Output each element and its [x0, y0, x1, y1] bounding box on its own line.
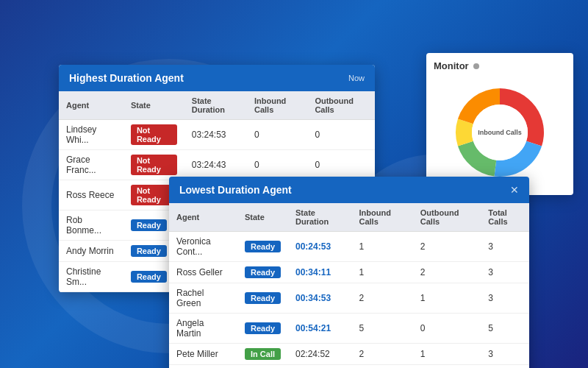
inbound-calls: 2 [352, 344, 413, 365]
agent-name: Veronica Cont... [169, 232, 237, 262]
agent-name: Christine Sm... [59, 262, 123, 292]
donut-chart: Inbound Calls [445, 77, 555, 188]
total-calls: 3 [481, 344, 529, 365]
highest-table-header-row: Agent State State Duration Inbound Calls… [59, 91, 375, 120]
col-inbound-l: Inbound Calls [352, 203, 413, 232]
highest-panel-now: Now [348, 74, 365, 82]
state-badge: Ready [131, 219, 167, 231]
agent-name: Grace Franc... [59, 150, 123, 180]
inbound-calls: 2 [352, 283, 413, 314]
agent-name: Andy Morrin [59, 241, 123, 262]
donut-center-label: Inbound Calls [478, 129, 522, 136]
outbound-calls: 0 [307, 120, 375, 150]
state-badge: Ready [131, 245, 167, 257]
state-duration: 00:54:21 [288, 314, 351, 344]
lowest-table-header-row: Agent State State Duration Inbound Calls… [169, 203, 529, 232]
agent-state: Ready [237, 283, 288, 314]
state-badge: Ready [245, 266, 281, 278]
agent-state: Not Ready [123, 120, 184, 150]
lowest-table: Agent State State Duration Inbound Calls… [169, 203, 529, 368]
lowest-duration-panel: Lowest Duration Agent ✕ Agent State Stat… [169, 177, 529, 368]
table-row: Veronica Cont... Ready 00:24:53 1 2 3 [169, 232, 529, 262]
inbound-calls: 0 [247, 120, 307, 150]
outbound-calls: 1 [413, 344, 481, 365]
state-badge: In Call [245, 348, 281, 360]
lowest-panel-header: Lowest Duration Agent ✕ [169, 177, 529, 203]
agent-state: Ready [237, 262, 288, 283]
col-total-l: Total Calls [481, 203, 529, 232]
table-row: Angela Martin Ready 00:54:21 5 0 5 [169, 314, 529, 344]
total-calls: 3 [481, 262, 529, 283]
inbound-calls: 4 [352, 365, 413, 369]
table-row: Pete Miller In Call 02:24:52 2 1 3 [169, 344, 529, 365]
inbound-calls: 1 [352, 232, 413, 262]
monitor-panel: Monitor Inbound Calls [426, 53, 573, 195]
state-badge: Ready [131, 271, 167, 283]
col-state-l: State [237, 203, 288, 232]
agent-state: Not Ready [123, 150, 184, 180]
agent-name: Ross Geller [169, 262, 237, 283]
agent-state: Ready [237, 232, 288, 262]
inbound-calls: 0 [247, 150, 307, 180]
state-badge: Ready [245, 292, 281, 304]
table-row: George Davis In Call 03:01:53 4 1 5 [169, 365, 529, 369]
agent-state: Ready [237, 314, 288, 344]
table-row: Rachel Green Ready 00:34:53 2 1 3 [169, 283, 529, 314]
state-badge: Not Ready [131, 155, 177, 175]
col-outbound-h: Outbound Calls [307, 91, 375, 120]
agent-name: George Davis [169, 365, 237, 369]
agent-name: Rachel Green [169, 283, 237, 314]
agent-name: Angela Martin [169, 314, 237, 344]
table-row: Lindsey Whi... Not Ready 03:24:53 0 0 [59, 120, 375, 150]
outbound-calls: 0 [413, 314, 481, 344]
total-calls: 5 [481, 314, 529, 344]
inbound-calls: 1 [352, 262, 413, 283]
table-row: Grace Franc... Not Ready 03:24:43 0 0 [59, 150, 375, 180]
outbound-calls: 2 [413, 262, 481, 283]
agent-state: In Call [237, 365, 288, 369]
state-duration: 00:34:11 [288, 262, 351, 283]
outbound-calls: 0 [307, 150, 375, 180]
total-calls: 3 [481, 232, 529, 262]
highest-panel-title: Highest Duration Agent [69, 72, 184, 84]
agent-name: Pete Miller [169, 344, 237, 365]
col-agent-l: Agent [169, 203, 237, 232]
col-duration-h: State Duration [184, 91, 247, 120]
monitor-status-dot [473, 63, 479, 69]
col-agent-h: Agent [59, 91, 123, 120]
agent-name: Rob Bonme... [59, 210, 123, 241]
outbound-calls: 2 [413, 232, 481, 262]
outbound-calls: 1 [413, 365, 481, 369]
col-inbound-h: Inbound Calls [247, 91, 307, 120]
agent-name: Ross Reece [59, 180, 123, 210]
col-duration-l: State Duration [288, 203, 351, 232]
state-badge: Ready [245, 241, 281, 252]
highest-panel-header: Highest Duration Agent Now [59, 65, 375, 91]
state-duration: 02:24:52 [288, 344, 351, 365]
state-badge: Not Ready [131, 124, 177, 145]
state-duration: 03:01:53 [288, 365, 351, 369]
state-duration: 00:34:53 [288, 283, 351, 314]
close-button[interactable]: ✕ [510, 184, 519, 196]
monitor-title: Monitor [434, 60, 469, 71]
col-state-h: State [123, 91, 184, 120]
total-calls: 5 [481, 365, 529, 369]
monitor-header: Monitor [434, 60, 566, 71]
state-duration: 00:24:53 [288, 232, 351, 262]
agent-name: Lindsey Whi... [59, 120, 123, 150]
agent-state: In Call [237, 344, 288, 365]
state-duration: 03:24:53 [184, 120, 247, 150]
state-badge: Ready [245, 322, 281, 334]
col-outbound-l: Outbound Calls [413, 203, 481, 232]
outbound-calls: 1 [413, 283, 481, 314]
lowest-panel-title: Lowest Duration Agent [179, 184, 292, 196]
table-row: Ross Geller Ready 00:34:11 1 2 3 [169, 262, 529, 283]
state-duration: 03:24:43 [184, 150, 247, 180]
total-calls: 3 [481, 283, 529, 314]
inbound-calls: 5 [352, 314, 413, 344]
